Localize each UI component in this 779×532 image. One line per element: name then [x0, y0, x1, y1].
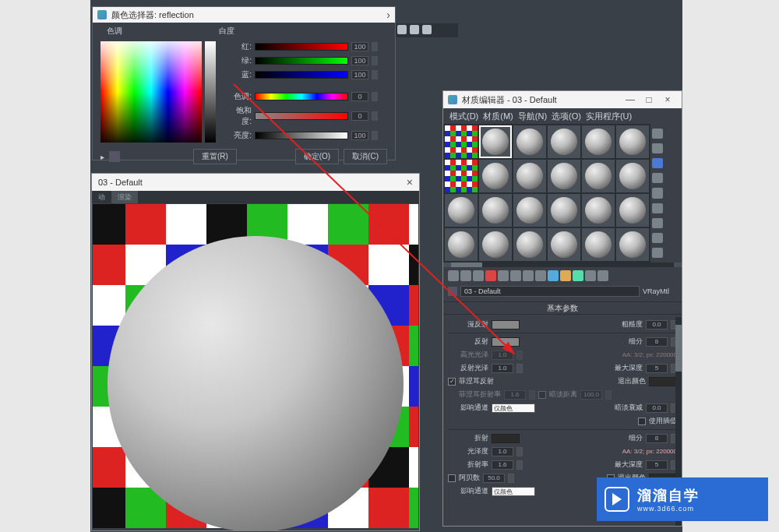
hue-value[interactable]: 0 — [351, 92, 368, 101]
rsubdiv-value[interactable]: 8 — [646, 434, 668, 443]
red-value[interactable]: 100 — [351, 42, 368, 51]
material-name-input[interactable] — [460, 286, 640, 297]
close-icon[interactable]: × — [658, 94, 677, 105]
delete-icon[interactable] — [485, 270, 496, 281]
rglossy2-value[interactable]: 1.0 — [492, 447, 513, 456]
material-slot[interactable] — [548, 228, 580, 261]
red-slider[interactable] — [255, 43, 348, 51]
hue-spinner[interactable] — [372, 92, 378, 101]
green-spinner[interactable] — [372, 56, 378, 65]
val-value[interactable]: 100 — [351, 131, 368, 140]
fresnel-checkbox[interactable] — [448, 378, 456, 386]
go-forward-icon[interactable] — [585, 270, 596, 281]
slots-hscrollbar[interactable] — [443, 262, 682, 267]
material-slot[interactable] — [616, 125, 649, 158]
put-to-scene-icon[interactable] — [460, 270, 471, 281]
material-slot[interactable] — [582, 160, 615, 192]
go-parent-icon[interactable] — [573, 270, 583, 281]
rmaxdepth-value[interactable]: 5 — [646, 460, 668, 470]
rollout-basic-header[interactable]: 基本参数 — [443, 302, 682, 315]
sample-uv-icon[interactable] — [652, 173, 663, 183]
rglossy-spinner[interactable] — [516, 364, 523, 373]
blue-spinner[interactable] — [372, 70, 378, 79]
useinterp-checkbox[interactable] — [638, 417, 646, 425]
sat-value[interactable]: 0 — [351, 111, 368, 121]
color-picker-titlebar[interactable]: 颜色选择器: reflection › — [93, 7, 395, 23]
exitcolor-swatch[interactable] — [649, 377, 677, 386]
show-in-viewport-icon[interactable] — [548, 270, 559, 281]
dimdist-value[interactable]: 100.0 — [580, 390, 602, 400]
toolbar-icon[interactable] — [410, 25, 419, 34]
sample-type-icon[interactable] — [652, 129, 663, 139]
eyedropper-icon[interactable] — [109, 151, 120, 162]
close-icon[interactable]: × — [407, 176, 413, 188]
material-slot[interactable] — [445, 125, 478, 158]
abbe-checkbox[interactable] — [448, 474, 456, 482]
arrow-down-icon[interactable]: ▸ — [100, 153, 104, 161]
red-spinner[interactable] — [372, 42, 378, 51]
menu-options[interactable]: 选项(O) — [550, 111, 583, 122]
material-slot[interactable] — [582, 125, 615, 158]
dimdist-spinner[interactable] — [605, 390, 612, 400]
affect-select[interactable]: 仅颜色 — [492, 403, 535, 413]
sat-slider[interactable] — [255, 112, 348, 120]
pick-icon[interactable] — [597, 270, 608, 281]
background-icon[interactable] — [652, 158, 663, 168]
material-slot[interactable] — [445, 160, 478, 192]
green-slider[interactable] — [255, 57, 348, 65]
preview-icon[interactable] — [652, 203, 663, 213]
dimfall-value[interactable]: 0.0 — [646, 403, 668, 413]
preview-tab[interactable]: 动 — [92, 191, 111, 203]
refract-swatch[interactable] — [492, 434, 520, 443]
maximize-icon[interactable]: □ — [640, 94, 658, 105]
dimdist-checkbox[interactable] — [538, 391, 546, 399]
ok-button[interactable]: 确定(O) — [295, 149, 339, 164]
material-slot[interactable] — [616, 228, 649, 261]
val-spinner[interactable] — [372, 131, 378, 140]
roughness-value[interactable]: 0.0 — [646, 320, 668, 329]
green-value[interactable]: 100 — [351, 56, 368, 65]
material-editor-titlebar[interactable]: 材质编辑器 - 03 - Default — □ × — [443, 91, 682, 108]
material-slot[interactable] — [445, 228, 478, 261]
sat-spinner[interactable] — [372, 111, 378, 121]
video-check-icon[interactable] — [652, 188, 663, 198]
material-slot[interactable] — [479, 228, 512, 261]
menu-util[interactable]: 实用程序(U) — [584, 111, 633, 122]
hilight-value[interactable]: 1.0 — [492, 351, 513, 360]
select-by-material-icon[interactable] — [652, 233, 663, 243]
material-slot[interactable] — [582, 228, 615, 261]
minimize-icon[interactable]: — — [621, 94, 640, 105]
subdiv-value[interactable]: 8 — [646, 337, 668, 347]
ior-spinner[interactable] — [516, 460, 523, 470]
material-slot[interactable] — [616, 194, 649, 227]
backlight-icon[interactable] — [652, 143, 663, 153]
menu-material[interactable]: 材质(M) — [481, 111, 515, 122]
val-slider[interactable] — [255, 132, 348, 139]
preview-tab[interactable]: 渲染 — [111, 191, 138, 203]
material-slot[interactable] — [513, 228, 546, 261]
make-unique-icon[interactable] — [510, 270, 521, 281]
material-slot[interactable] — [616, 160, 649, 192]
close-icon[interactable]: › — [386, 9, 390, 21]
diffuse-swatch[interactable] — [492, 320, 520, 329]
cancel-button[interactable]: 取消(C) — [344, 149, 387, 164]
color-gradient-picker[interactable] — [100, 41, 202, 143]
eyedropper-icon[interactable] — [448, 287, 457, 296]
material-slot[interactable] — [479, 194, 512, 227]
material-map-icon[interactable] — [652, 248, 663, 258]
preview-titlebar[interactable]: 03 - Default × — [92, 174, 419, 191]
ior-value[interactable]: 1.6 — [492, 460, 513, 470]
hue-slider[interactable] — [255, 93, 348, 100]
abbe-spinner[interactable] — [508, 474, 514, 483]
blue-slider[interactable] — [255, 71, 348, 79]
fior-value[interactable]: 1.6 — [504, 390, 526, 400]
material-slot[interactable] — [548, 160, 580, 192]
rglossy-value[interactable]: 1.0 — [492, 364, 513, 373]
material-slot[interactable] — [548, 125, 580, 158]
material-slot[interactable] — [479, 160, 512, 192]
material-slot[interactable] — [513, 160, 546, 192]
whiteness-slider[interactable] — [205, 41, 216, 143]
menu-mode[interactable]: 模式(D) — [448, 111, 480, 122]
material-slot[interactable] — [513, 194, 546, 227]
material-slot[interactable] — [513, 125, 546, 158]
